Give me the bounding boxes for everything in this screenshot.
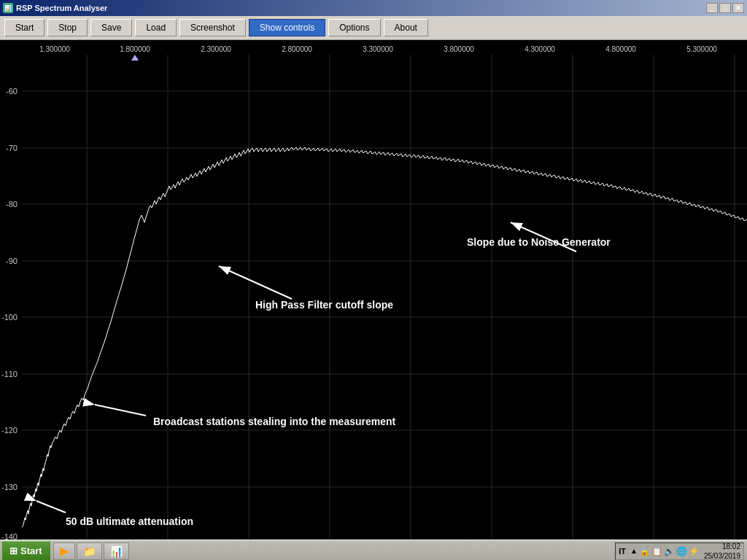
- svg-text:3.800000: 3.800000: [444, 45, 474, 53]
- svg-text:1.300000: 1.300000: [39, 45, 70, 53]
- tray-icon-1: 🔒: [639, 546, 650, 556]
- taskbar-items: ▶ 📁 📊: [53, 542, 616, 560]
- title-bar: 📊 RSP Spectrum Analyser _ □ ✕: [0, 0, 747, 16]
- toolbar: Start Stop Save Load Screenshot Show con…: [0, 16, 747, 40]
- svg-text:-110: -110: [1, 370, 18, 378]
- svg-text:-130: -130: [1, 483, 18, 491]
- options-button[interactable]: Options: [328, 19, 380, 36]
- tray-clock[interactable]: 18:02 25/03/2019: [704, 542, 740, 561]
- start-button[interactable]: ⊞ Start: [1, 541, 50, 561]
- svg-text:2.300000: 2.300000: [201, 45, 231, 53]
- svg-text:4.800000: 4.800000: [605, 45, 636, 53]
- svg-text:Slope due to Noise Generator: Slope due to Noise Generator: [467, 236, 611, 248]
- svg-text:50 dB ultimate attenuation: 50 dB ultimate attenuation: [66, 516, 193, 527]
- minimize-button[interactable]: _: [706, 3, 718, 13]
- load-button[interactable]: Load: [135, 19, 177, 36]
- svg-text:3.300000: 3.300000: [363, 45, 393, 53]
- window-controls[interactable]: _ □ ✕: [706, 3, 744, 13]
- taskbar-item-spectrum[interactable]: 📊: [104, 542, 129, 560]
- svg-text:-90: -90: [6, 257, 18, 265]
- stop-button[interactable]: Stop: [47, 19, 88, 36]
- svg-text:-70: -70: [6, 144, 18, 152]
- show-controls-button[interactable]: Show controls: [249, 19, 325, 36]
- start-label: Start: [20, 545, 42, 556]
- save-button[interactable]: Save: [90, 19, 132, 36]
- tray-icon-2: 📋: [651, 546, 662, 556]
- spectrum-icon: 📊: [110, 545, 123, 557]
- svg-text:4.300000: 4.300000: [525, 45, 555, 53]
- svg-text:-100: -100: [1, 313, 18, 322]
- tray-lang: IT: [619, 547, 626, 556]
- title-bar-title: RSP Spectrum Analyser: [16, 4, 107, 12]
- maximize-button[interactable]: □: [719, 3, 731, 13]
- spectrum-chart: -60 -70 -80 -90 -100 -110 -120 -130 -140…: [0, 40, 747, 540]
- svg-text:2.800000: 2.800000: [282, 45, 312, 53]
- about-button[interactable]: About: [384, 19, 428, 36]
- system-tray: IT ▲ 🔒 📋 🔊 🌐 ⚡ 18:02 25/03/2019: [615, 542, 744, 560]
- folder-icon: 📁: [83, 545, 96, 557]
- svg-text:-140: -140: [1, 532, 18, 540]
- svg-text:-80: -80: [6, 200, 18, 209]
- taskbar-item-media[interactable]: ▶: [53, 542, 75, 560]
- tray-date-display: 25/03/2019: [704, 551, 740, 561]
- screenshot-button[interactable]: Screenshot: [179, 19, 246, 36]
- taskbar: ⊞ Start ▶ 📁 📊 IT ▲ 🔒 📋 🔊 🌐 ⚡ 18:02 25/03…: [0, 540, 747, 560]
- tray-icon-5: ⚡: [689, 546, 700, 556]
- tray-icon-3: 🔊: [664, 546, 675, 556]
- svg-rect-0: [0, 40, 747, 540]
- svg-text:-120: -120: [1, 426, 18, 435]
- start-button[interactable]: Start: [4, 19, 44, 36]
- windows-logo: ⊞: [9, 545, 18, 556]
- svg-text:Broadcast stations stealing in: Broadcast stations stealing into the mea…: [153, 416, 396, 427]
- expand-tray-button[interactable]: ▲: [630, 547, 638, 555]
- media-icon: ▶: [60, 544, 69, 558]
- tray-icon-4: 🌐: [676, 546, 687, 556]
- svg-text:-60: -60: [6, 87, 18, 96]
- taskbar-item-files[interactable]: 📁: [77, 542, 102, 560]
- chart-area: -60 -70 -80 -90 -100 -110 -120 -130 -140…: [0, 40, 747, 540]
- app-icon: 📊: [3, 3, 13, 13]
- svg-text:High Pass Filter cutoff slope: High Pass Filter cutoff slope: [255, 299, 393, 311]
- close-button[interactable]: ✕: [732, 3, 744, 13]
- svg-text:1.800000: 1.800000: [120, 45, 150, 53]
- svg-text:5.300000: 5.300000: [686, 45, 717, 53]
- tray-time-display: 18:02: [704, 542, 740, 551]
